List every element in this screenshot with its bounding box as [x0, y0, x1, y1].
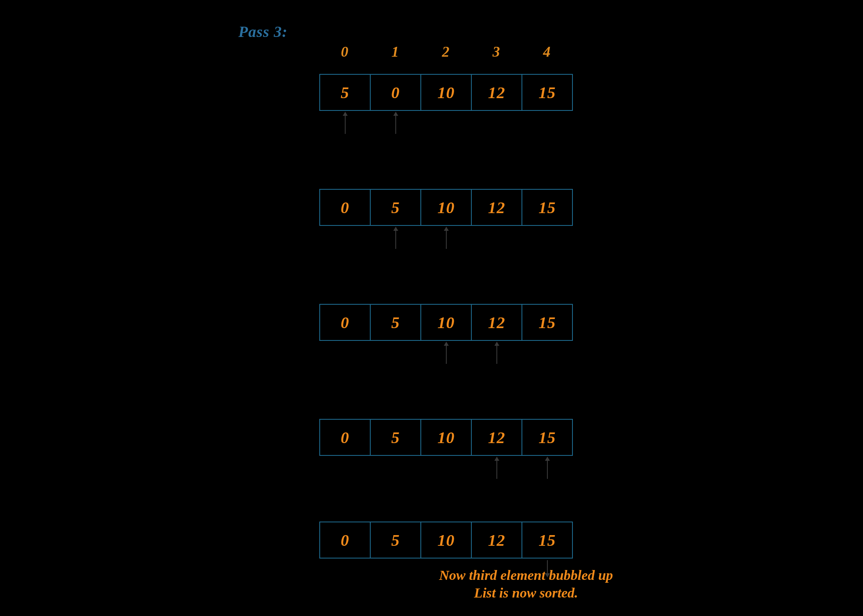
array-cell: 5 [371, 420, 421, 455]
array-cell: 15 [522, 420, 572, 455]
array-cell: 0 [320, 305, 371, 340]
caption-line-2: List is now sorted. [474, 585, 578, 600]
index-0: 0 [319, 43, 370, 60]
array-cell: 15 [522, 522, 572, 558]
array-cell: 12 [472, 522, 522, 558]
compare-arrow-up-icon [395, 228, 396, 249]
index-3: 3 [471, 43, 521, 60]
array-cell: 0 [371, 75, 421, 110]
compare-arrow-up-icon [395, 113, 396, 134]
array-cell: 10 [421, 75, 472, 110]
array-cell: 5 [371, 522, 421, 558]
array-cell: 5 [371, 190, 421, 225]
compare-arrow-up-icon [345, 113, 346, 134]
result-arrow-down-icon [547, 560, 548, 577]
compare-arrow-up-icon [496, 457, 497, 479]
array-cell: 5 [371, 305, 421, 340]
array-cell: 12 [472, 75, 522, 110]
pass-label: Pass 3: [238, 23, 288, 41]
compare-arrow-up-icon [446, 342, 447, 364]
array-row-1: 05101215 [319, 189, 573, 226]
array-cell: 12 [472, 190, 522, 225]
array-row-4: 05101215 [319, 522, 573, 559]
index-2: 2 [420, 43, 471, 60]
compare-arrow-up-icon [496, 342, 497, 364]
index-1: 1 [370, 43, 420, 60]
array-cell: 15 [522, 305, 572, 340]
array-cell: 10 [421, 522, 472, 558]
index-row: 0 1 2 3 4 [319, 43, 572, 60]
compare-arrow-up-icon [446, 228, 447, 249]
caption-line-1: Now third element bubbled up [439, 568, 613, 583]
compare-arrow-up-icon [547, 457, 548, 479]
array-cell: 12 [472, 420, 522, 455]
array-cell: 12 [472, 305, 522, 340]
result-caption: Now third element bubbled up List is now… [419, 567, 633, 602]
array-cell: 15 [522, 190, 572, 225]
array-cell: 5 [320, 75, 371, 110]
array-row-3: 05101215 [319, 419, 573, 456]
array-row-2: 05101215 [319, 304, 573, 341]
diagram-stage: Pass 3: 0 1 2 3 4 Now third element bubb… [0, 0, 863, 616]
array-row-0: 50101215 [319, 74, 573, 111]
array-cell: 15 [522, 75, 572, 110]
array-cell: 10 [421, 190, 472, 225]
array-cell: 0 [320, 420, 371, 455]
array-cell: 0 [320, 190, 371, 225]
array-cell: 0 [320, 522, 371, 558]
index-4: 4 [521, 43, 572, 60]
array-cell: 10 [421, 420, 472, 455]
array-cell: 10 [421, 305, 472, 340]
